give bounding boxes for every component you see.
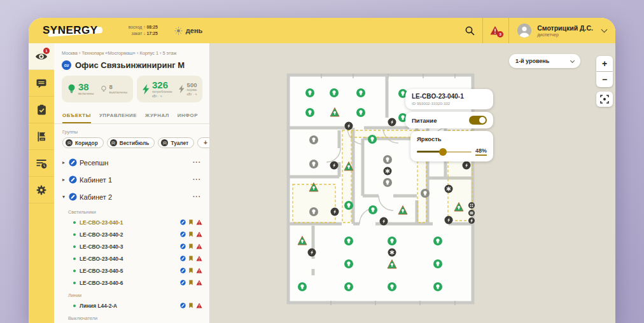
alert-icon[interactable]: [196, 256, 202, 261]
plan-grid-icon[interactable]: [468, 202, 475, 209]
more-icon[interactable]: ···: [193, 193, 201, 200]
chevron-down-icon[interactable]: [601, 27, 608, 33]
caret-icon[interactable]: ▾: [62, 194, 69, 200]
group-chip-wc[interactable]: Туалет: [158, 137, 194, 148]
power-toggle[interactable]: [469, 116, 487, 125]
center-view-button[interactable]: [596, 92, 613, 107]
sidebar-item-settings[interactable]: [29, 177, 54, 203]
plan-light-on-icon[interactable]: [388, 282, 396, 291]
caret-icon[interactable]: ▸: [62, 160, 69, 165]
tab-journal[interactable]: ЖУРНАЛ: [145, 110, 169, 123]
tag-icon[interactable]: [188, 231, 193, 237]
brightness-thumb[interactable]: [439, 148, 447, 156]
add-group-button[interactable]: +: [197, 137, 210, 148]
sidebar-item-tasks[interactable]: [29, 97, 54, 123]
plan-switch-icon[interactable]: [380, 217, 388, 226]
tab-objects[interactable]: ОБЪЕКТЫ: [62, 110, 91, 123]
fixture-row[interactable]: LE-CBO-23-040-2: [54, 228, 209, 240]
plan-fan-icon[interactable]: [384, 167, 392, 175]
plan-light-on-icon[interactable]: [368, 205, 377, 214]
tree-item-cabinet2[interactable]: ▾ Кабинет 2 ···: [54, 188, 209, 205]
plan-light-on-icon[interactable]: [305, 88, 314, 97]
brightness-slider[interactable]: [417, 148, 472, 156]
scene-icon[interactable]: [180, 256, 186, 261]
alert-icon[interactable]: [196, 244, 202, 249]
plan-light-on-icon[interactable]: [368, 135, 377, 144]
fixture-row[interactable]: LE-CBO-23-040-5: [54, 265, 209, 277]
plan-light-off-icon[interactable]: [309, 207, 318, 216]
scene-icon[interactable]: [180, 280, 186, 285]
scene-icon[interactable]: [180, 303, 186, 308]
plan-light-on-icon[interactable]: [356, 88, 365, 97]
plan-light-on-icon[interactable]: [305, 108, 314, 117]
plan-fan-icon[interactable]: [445, 185, 453, 193]
alert-icon[interactable]: [196, 280, 202, 285]
plan-light-off-icon[interactable]: [421, 189, 430, 198]
plan-light-on-icon[interactable]: [388, 237, 396, 245]
tree-item-reception[interactable]: ▸ Ресепшн ···: [54, 154, 209, 171]
plan-fan-icon[interactable]: [388, 249, 396, 257]
plan-light-on-icon[interactable]: [344, 237, 353, 245]
zoom-in-button[interactable]: +: [596, 56, 613, 71]
plan-light-off-icon[interactable]: [309, 135, 318, 144]
tag-icon[interactable]: [188, 244, 193, 249]
tree-item-cabinet1[interactable]: ▸ Кабинет 1 ···: [54, 171, 209, 188]
fixture-row[interactable]: LE-CBO-23-040-1: [54, 216, 209, 228]
scene-icon[interactable]: [180, 244, 186, 249]
plan-switch-icon[interactable]: [330, 162, 339, 170]
plan-switch-icon[interactable]: [445, 216, 453, 224]
fixture-row[interactable]: LE-CBO-23-040-6: [54, 277, 209, 289]
group-chip-corridor[interactable]: Коридор: [62, 137, 104, 148]
line-row[interactable]: Линия L44-2-A: [54, 299, 209, 312]
plan-panel-icon[interactable]: [468, 210, 475, 216]
zoom-out-button[interactable]: −: [596, 72, 613, 87]
user-menu[interactable]: Смотрицкий Д.С. диспетчер: [509, 23, 599, 38]
plan-light-off-icon[interactable]: [383, 178, 392, 187]
plan-light-on-icon[interactable]: [298, 282, 307, 291]
sidebar-item-scenarios[interactable]: [29, 123, 54, 150]
alert-icon[interactable]: [196, 231, 202, 237]
tag-icon[interactable]: [188, 268, 193, 273]
plan-light-on-icon[interactable]: [344, 282, 353, 291]
plan-light-on-icon[interactable]: [344, 201, 353, 210]
plan-light-on-icon[interactable]: [356, 108, 365, 117]
plan-light-on-icon[interactable]: [330, 88, 339, 97]
sidebar-item-objects[interactable]: 1: [29, 43, 54, 70]
plan-switch-icon[interactable]: [463, 162, 471, 170]
alert-icon[interactable]: [196, 268, 202, 273]
plan-light-on-icon[interactable]: [433, 282, 442, 291]
plan-switch-sm-icon[interactable]: [468, 217, 475, 224]
tab-info[interactable]: ИНФОР: [178, 110, 198, 123]
tag-icon[interactable]: [188, 256, 193, 261]
group-chip-lobby[interactable]: Вестибюль: [107, 137, 155, 148]
plan-light-on-icon[interactable]: [433, 259, 442, 268]
scene-icon[interactable]: [180, 219, 186, 225]
caret-icon[interactable]: ▸: [62, 177, 69, 182]
plan-switch-icon[interactable]: [388, 118, 396, 127]
tag-icon[interactable]: [188, 303, 193, 308]
plan-switch-icon[interactable]: [345, 122, 353, 130]
plan-light-off-icon[interactable]: [383, 155, 392, 164]
fixture-row[interactable]: LE-CBO-23-040-3: [54, 240, 209, 252]
scene-icon[interactable]: [180, 231, 186, 237]
plan-switch-icon[interactable]: [331, 208, 339, 216]
tag-icon[interactable]: [188, 219, 193, 225]
plan-light-off-icon[interactable]: [309, 160, 318, 168]
alarms-button[interactable]: 3: [483, 18, 508, 43]
plan-light-on-icon[interactable]: [344, 259, 353, 268]
sidebar-item-journal[interactable]: [29, 150, 54, 177]
search-button[interactable]: [457, 18, 482, 43]
fixture-row[interactable]: LE-CBO-23-040-4: [54, 252, 209, 265]
scene-icon[interactable]: [180, 268, 186, 273]
plan-switch-icon[interactable]: [308, 249, 316, 257]
sidebar-item-messages[interactable]: [29, 70, 54, 97]
plan-light-on-icon[interactable]: [433, 237, 442, 245]
alert-icon[interactable]: [196, 303, 202, 308]
tab-control[interactable]: УПРАВЛЕНИЕ: [99, 110, 137, 123]
alert-icon[interactable]: [196, 219, 202, 225]
level-selector[interactable]: 1-й уровень: [509, 54, 580, 68]
breadcrumb[interactable]: Москва › Технопарк «Мосгормаш» › Корпус …: [62, 50, 202, 56]
tag-icon[interactable]: [188, 280, 193, 285]
more-icon[interactable]: ···: [193, 176, 201, 183]
more-icon[interactable]: ···: [193, 159, 201, 166]
